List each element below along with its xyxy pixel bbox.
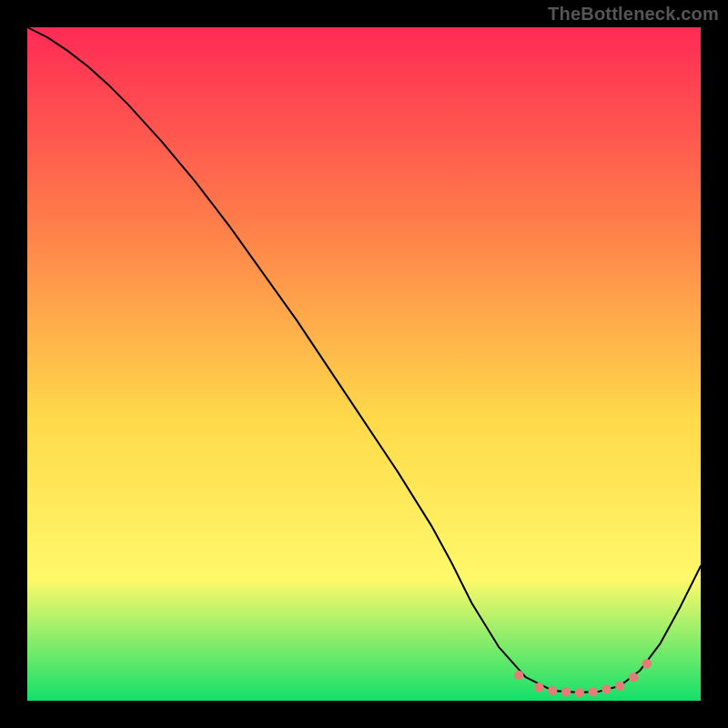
flat-region-marker xyxy=(561,687,571,696)
flat-region-marker xyxy=(548,686,557,695)
flat-region-marker xyxy=(534,682,543,692)
flat-region-marker xyxy=(642,659,652,668)
flat-region-marker xyxy=(575,688,584,697)
gradient-background xyxy=(27,27,701,701)
flat-region-marker xyxy=(602,684,611,693)
chart-stage: TheBottleneck.com xyxy=(0,0,728,728)
flat-region-marker xyxy=(615,682,624,691)
plot-area xyxy=(27,27,701,701)
attribution-label: TheBottleneck.com xyxy=(548,4,719,25)
flat-region-marker xyxy=(514,671,523,680)
bottleneck-chart xyxy=(27,27,701,701)
flat-region-marker xyxy=(629,672,638,682)
flat-region-marker xyxy=(588,687,597,696)
